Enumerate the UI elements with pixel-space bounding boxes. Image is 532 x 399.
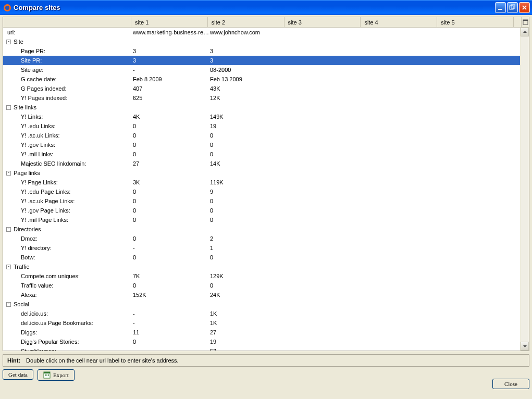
cell-site-2[interactable]: 24K xyxy=(209,292,287,298)
cell-site-1[interactable]: 0 xyxy=(132,189,209,195)
data-row[interactable]: Dmoz:02 xyxy=(3,234,520,243)
cell-site-1[interactable]: 0 xyxy=(132,198,209,204)
cell-site-2[interactable]: 9 xyxy=(209,189,287,195)
cell-site-2[interactable]: 129K xyxy=(209,273,287,279)
cell-site-2[interactable]: 1 xyxy=(209,245,287,251)
cell-site-1[interactable]: 0 xyxy=(132,235,209,242)
minimize-button[interactable] xyxy=(495,2,506,13)
column-header-site-2[interactable]: site 2 xyxy=(208,17,284,27)
cell-site-1[interactable]: - xyxy=(132,310,209,317)
cell-site-2[interactable]: 149K xyxy=(209,114,287,120)
group-row[interactable]: -Site xyxy=(3,37,520,46)
cell-site-2[interactable]: 43K xyxy=(209,85,287,92)
scroll-up-button[interactable] xyxy=(521,28,529,36)
column-header-site-4[interactable]: site 4 xyxy=(361,17,437,27)
cell-site-2[interactable]: 27 xyxy=(209,329,287,335)
cell-site-1[interactable]: 4K xyxy=(132,114,209,120)
cell-site-2[interactable]: 0 xyxy=(209,142,287,148)
group-row[interactable]: -Site links xyxy=(3,103,520,112)
scroll-down-button[interactable] xyxy=(521,342,529,351)
cell-site-1[interactable]: 407 xyxy=(132,85,209,92)
cell-site-1[interactable]: 3 xyxy=(132,57,209,64)
collapse-icon[interactable]: - xyxy=(6,40,11,44)
cell-site-1[interactable]: - xyxy=(132,245,209,251)
data-row[interactable]: Botw:00 xyxy=(3,253,520,262)
cell-site-1[interactable]: 0 xyxy=(132,217,209,223)
collapse-icon[interactable]: - xyxy=(6,227,11,232)
cell-site-2[interactable]: 08-2000 xyxy=(209,67,287,73)
data-row[interactable]: Traffic value:00 xyxy=(3,281,520,290)
cell-site-1[interactable]: 0 xyxy=(132,142,209,148)
column-header-site-1[interactable]: site 1 xyxy=(131,17,208,27)
cell-site-2[interactable]: 119K xyxy=(209,179,287,185)
data-row[interactable]: Y! directory:-1 xyxy=(3,243,520,253)
column-chooser-button[interactable] xyxy=(521,17,529,27)
data-row[interactable]: Page PR:33 xyxy=(3,46,520,56)
cell-site-1[interactable]: 3 xyxy=(132,48,209,54)
cell-site-1[interactable]: 625 xyxy=(132,95,209,101)
cell-site-2[interactable]: 57 xyxy=(209,348,287,351)
column-header-site-5[interactable]: site 5 xyxy=(437,17,514,27)
cell-site-2[interactable]: 0 xyxy=(209,198,287,204)
data-row[interactable]: del.icio.us Page Bookmarks:-1K xyxy=(3,318,520,328)
cell-site-1[interactable]: 0 xyxy=(132,282,209,289)
cell-site-1[interactable]: 152K xyxy=(132,292,209,298)
vertical-scrollbar[interactable] xyxy=(520,28,529,351)
collapse-icon[interactable]: - xyxy=(6,302,11,307)
data-row[interactable]: Y! .ac.uk Links:00 xyxy=(3,131,520,140)
data-row[interactable]: Y! .edu Page Links:09 xyxy=(3,187,520,196)
data-row[interactable]: G Pages indexed:40743K xyxy=(3,84,520,93)
export-button[interactable]: Export xyxy=(38,369,75,381)
cell-site-1[interactable]: 0 xyxy=(132,151,209,157)
cell-site-2[interactable]: 3 xyxy=(209,57,287,64)
data-row[interactable]: Stumbleupon:-57 xyxy=(3,346,520,351)
data-row[interactable]: Y! .edu Links:019 xyxy=(3,121,520,131)
get-data-button[interactable]: Get data xyxy=(3,369,33,380)
cell-site-1[interactable]: 11 xyxy=(132,329,209,335)
cell-site-1[interactable]: 0 xyxy=(132,339,209,345)
cell-site-2[interactable]: 19 xyxy=(209,339,287,345)
cell-site-2[interactable]: 1K xyxy=(209,310,287,317)
data-row[interactable]: Y! .gov Links:00 xyxy=(3,140,520,149)
maximize-button[interactable] xyxy=(507,2,518,13)
cell-site-2[interactable]: 19 xyxy=(209,123,287,129)
data-row[interactable]: Y! Page Links:3K119K xyxy=(3,178,520,187)
cell-site-2[interactable]: 0 xyxy=(209,254,287,260)
cell-site-2[interactable]: 3 xyxy=(209,48,287,54)
data-row[interactable]: Y! Pages indexed:62512K xyxy=(3,93,520,103)
data-row[interactable]: url:www.marketing-business-re…www.johnch… xyxy=(3,28,520,37)
data-row[interactable]: del.icio.us:-1K xyxy=(3,309,520,318)
cell-site-1[interactable]: - xyxy=(132,320,209,326)
cell-site-1[interactable]: - xyxy=(132,348,209,351)
data-row[interactable]: Diggs:1127 xyxy=(3,328,520,337)
cell-site-2[interactable]: 14K xyxy=(209,160,287,167)
cell-site-2[interactable]: Feb 13 2009 xyxy=(209,76,287,82)
cell-site-1[interactable]: 0 xyxy=(132,207,209,214)
cell-site-1[interactable]: - xyxy=(132,67,209,73)
scroll-track[interactable] xyxy=(521,36,529,342)
data-row[interactable]: Alexa:152K24K xyxy=(3,290,520,300)
cell-site-2[interactable]: www.johnchow.com xyxy=(209,29,287,35)
cell-site-1[interactable]: 0 xyxy=(132,123,209,129)
cell-site-1[interactable]: 0 xyxy=(132,254,209,260)
cell-site-2[interactable]: 0 xyxy=(209,217,287,223)
group-row[interactable]: -Traffic xyxy=(3,262,520,271)
data-row[interactable]: Site PR:33 xyxy=(3,56,520,65)
cell-site-2[interactable]: 0 xyxy=(209,132,287,139)
cell-site-1[interactable]: 3K xyxy=(132,179,209,185)
data-row[interactable]: Digg's Popular Stories:019 xyxy=(3,337,520,346)
data-row[interactable]: Majestic SEO linkdomain:2714K xyxy=(3,159,520,168)
collapse-icon[interactable]: - xyxy=(6,171,11,176)
data-row[interactable]: Compete.com uniques:7K129K xyxy=(3,271,520,281)
group-row[interactable]: -Page links xyxy=(3,168,520,178)
cell-site-1[interactable]: www.marketing-business-re… xyxy=(132,29,209,35)
data-row[interactable]: G cache date:Feb 8 2009Feb 13 2009 xyxy=(3,74,520,84)
cell-site-1[interactable]: 0 xyxy=(132,132,209,139)
cell-site-2[interactable]: 0 xyxy=(209,207,287,214)
column-header-metric[interactable] xyxy=(3,17,131,27)
data-row[interactable]: Y! .gov Page Links:00 xyxy=(3,206,520,215)
close-button[interactable]: Close xyxy=(492,379,529,389)
cell-site-1[interactable]: 27 xyxy=(132,160,209,167)
collapse-icon[interactable]: - xyxy=(6,265,11,269)
data-row[interactable]: Site age:-08-2000 xyxy=(3,65,520,74)
